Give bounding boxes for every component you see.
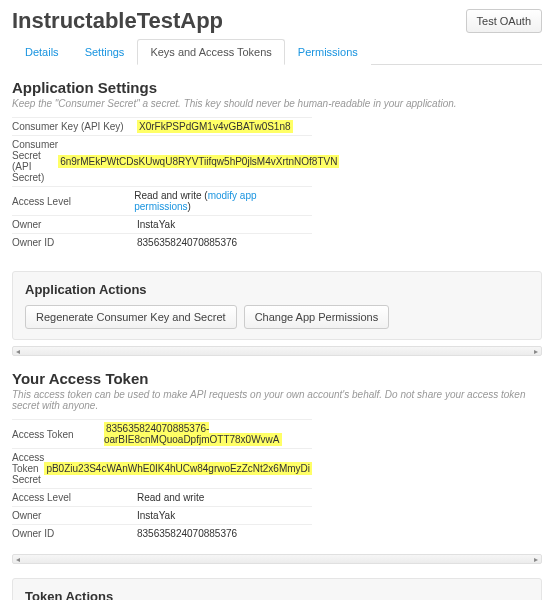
horizontal-scrollbar[interactable]: ◂ ▸ <box>12 346 542 356</box>
row-consumer-secret: Consumer Secret (API Secret) 6n9rMEkPWtC… <box>12 136 312 187</box>
tab-permissions[interactable]: Permissions <box>285 39 371 65</box>
application-settings-heading: Application Settings <box>12 79 542 96</box>
application-actions-panel: Application Actions Regenerate Consumer … <box>12 271 542 340</box>
row-owner-id: Owner ID 835635824070885376 <box>12 234 312 251</box>
owner-label: Owner <box>12 219 137 230</box>
application-actions-heading: Application Actions <box>25 282 529 297</box>
token-access-level-value: Read and write <box>137 492 204 503</box>
tab-settings[interactable]: Settings <box>72 39 138 65</box>
scroll-left-icon: ◂ <box>16 555 20 564</box>
owner-id-label: Owner ID <box>12 237 137 248</box>
tab-keys-access-tokens[interactable]: Keys and Access Tokens <box>137 39 284 65</box>
access-token-value: 835635824070885376-oarBIE8cnMQuoaDpfjmOT… <box>104 422 282 446</box>
token-access-level-label: Access Level <box>12 492 137 503</box>
regenerate-consumer-key-button[interactable]: Regenerate Consumer Key and Secret <box>25 305 237 329</box>
tab-bar: Details Settings Keys and Access Tokens … <box>12 38 542 65</box>
app-title: InstructableTestApp <box>12 8 223 34</box>
horizontal-scrollbar-2[interactable]: ◂ ▸ <box>12 554 542 564</box>
header: InstructableTestApp Test OAuth <box>0 0 554 38</box>
access-token-desc: This access token can be used to make AP… <box>12 389 542 411</box>
access-token-secret-label: Access Token Secret <box>12 452 44 485</box>
consumer-secret-label: Consumer Secret (API Secret) <box>12 139 58 183</box>
token-actions-heading: Token Actions <box>25 589 529 600</box>
row-token-owner: Owner InstaYak <box>12 507 312 525</box>
access-token-section: Your Access Token This access token can … <box>0 356 554 548</box>
owner-id-value: 835635824070885376 <box>137 237 237 248</box>
token-actions-panel: Token Actions Regenerate My Access Token… <box>12 578 542 600</box>
row-token-owner-id: Owner ID 835635824070885376 <box>12 525 312 542</box>
access-token-heading: Your Access Token <box>12 370 542 387</box>
change-app-permissions-button[interactable]: Change App Permissions <box>244 305 390 329</box>
application-settings-desc: Keep the "Consumer Secret" a secret. Thi… <box>12 98 542 109</box>
application-settings-section: Application Settings Keep the "Consumer … <box>0 65 554 257</box>
row-owner: Owner InstaYak <box>12 216 312 234</box>
row-access-level: Access Level Read and write (modify app … <box>12 187 312 216</box>
row-access-token-secret: Access Token Secret pB0Ziu23S4cWAnWhE0IK… <box>12 449 312 489</box>
row-token-access-level: Access Level Read and write <box>12 489 312 507</box>
consumer-secret-value: 6n9rMEkPWtCDsKUwqU8RYVTiifqw5hP0jlsM4vXr… <box>58 155 339 168</box>
scroll-right-icon: ▸ <box>534 347 538 356</box>
scroll-right-icon: ▸ <box>534 555 538 564</box>
scroll-left-icon: ◂ <box>16 347 20 356</box>
access-token-label: Access Token <box>12 429 104 440</box>
access-level-value: Read and write <box>134 190 201 201</box>
consumer-key-label: Consumer Key (API Key) <box>12 121 137 132</box>
row-consumer-key: Consumer Key (API Key) X0rFkPSPdGM1v4vGB… <box>12 118 312 136</box>
token-owner-id-value: 835635824070885376 <box>137 528 237 539</box>
access-level-label: Access Level <box>12 196 134 207</box>
tab-details[interactable]: Details <box>12 39 72 65</box>
test-oauth-button[interactable]: Test OAuth <box>466 9 542 33</box>
consumer-key-value: X0rFkPSPdGM1v4vGBATw0S1n8 <box>137 120 293 133</box>
row-access-token: Access Token 835635824070885376-oarBIE8c… <box>12 420 312 449</box>
token-owner-id-label: Owner ID <box>12 528 137 539</box>
owner-value: InstaYak <box>137 219 175 230</box>
token-owner-label: Owner <box>12 510 137 521</box>
token-owner-value: InstaYak <box>137 510 175 521</box>
access-token-secret-value: pB0Ziu23S4cWAnWhE0IK4hUCw84grwoEzZcNt2x6… <box>44 462 312 475</box>
